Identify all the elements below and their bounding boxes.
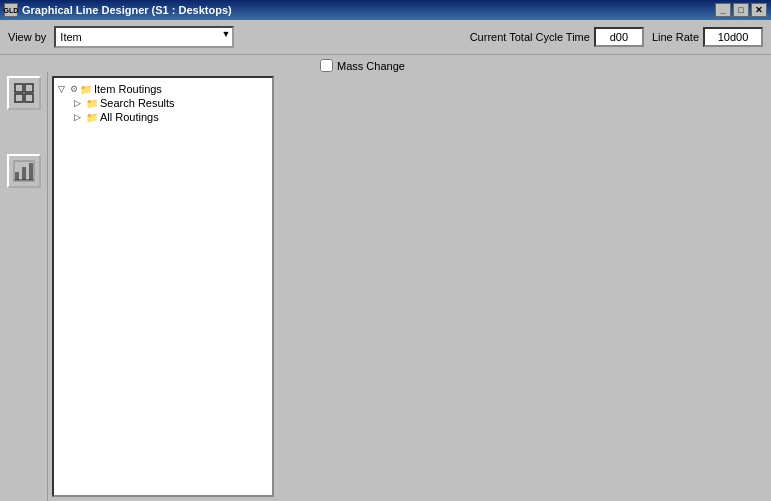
tree-root[interactable]: ▽ ⚙ 📁 Item Routings — [58, 82, 268, 96]
body-area: ▽ ⚙ 📁 Item Routings ▷ 📁 Search Results ▷… — [0, 72, 771, 501]
mass-change-row: Mass Change — [0, 55, 771, 72]
minimize-button[interactable]: _ — [715, 3, 731, 17]
grid-icon-button[interactable] — [7, 76, 41, 110]
svg-rect-4 — [15, 172, 19, 180]
sidebar-icons — [0, 72, 48, 501]
root-toggle-icon: ▽ — [58, 84, 68, 94]
svg-rect-3 — [25, 94, 33, 102]
svg-rect-2 — [15, 94, 23, 102]
root-folder-icon: 📁 — [80, 84, 92, 95]
tree-item-search-results[interactable]: ▷ 📁 Search Results — [58, 96, 268, 110]
tree-root-label: Item Routings — [94, 83, 162, 95]
tree-panel: ▽ ⚙ 📁 Item Routings ▷ 📁 Search Results ▷… — [48, 72, 278, 501]
window-title: Graphical Line Designer (S1 : Desktops) — [22, 4, 232, 16]
tree-item-all-routings-label: All Routings — [100, 111, 159, 123]
svg-rect-1 — [25, 84, 33, 92]
chart-icon-button[interactable] — [7, 154, 41, 188]
root-gear-icon: ⚙ — [70, 84, 78, 94]
app-icon: GLD — [4, 3, 18, 17]
view-by-select-wrapper: Item Operation Resource — [54, 26, 234, 48]
line-rate-group: Line Rate — [652, 27, 763, 47]
view-by-select[interactable]: Item Operation Resource — [54, 26, 234, 48]
mass-change-checkbox[interactable] — [320, 59, 333, 72]
grid-icon — [14, 83, 34, 103]
line-rate-label: Line Rate — [652, 31, 699, 43]
right-content-area — [278, 72, 771, 501]
title-bar: GLD Graphical Line Designer (S1 : Deskto… — [0, 0, 771, 20]
close-button[interactable]: ✕ — [751, 3, 767, 17]
restore-button[interactable]: □ — [733, 3, 749, 17]
tree-item-all-routings[interactable]: ▷ 📁 All Routings — [58, 110, 268, 124]
all-routings-folder-icon: 📁 — [86, 112, 98, 123]
svg-rect-0 — [15, 84, 23, 92]
cycle-time-label: Current Total Cycle Time — [470, 31, 590, 43]
toolbar-right: Current Total Cycle Time Line Rate — [470, 27, 763, 47]
tree-item-search-results-label: Search Results — [100, 97, 175, 109]
cycle-time-input[interactable] — [594, 27, 644, 47]
cycle-time-group: Current Total Cycle Time — [470, 27, 644, 47]
all-routings-toggle-icon: ▷ — [74, 112, 84, 122]
chart-icon — [13, 160, 35, 182]
window-controls: _ □ ✕ — [715, 3, 767, 17]
svg-rect-6 — [29, 163, 33, 180]
search-results-toggle-icon: ▷ — [74, 98, 84, 108]
search-results-folder-icon: 📁 — [86, 98, 98, 109]
tree-container: ▽ ⚙ 📁 Item Routings ▷ 📁 Search Results ▷… — [52, 76, 274, 497]
view-by-label: View by — [8, 31, 46, 43]
toolbar: View by Item Operation Resource Current … — [0, 20, 771, 55]
line-rate-input[interactable] — [703, 27, 763, 47]
main-content: View by Item Operation Resource Current … — [0, 20, 771, 501]
svg-rect-5 — [22, 167, 26, 180]
mass-change-label: Mass Change — [337, 60, 405, 72]
